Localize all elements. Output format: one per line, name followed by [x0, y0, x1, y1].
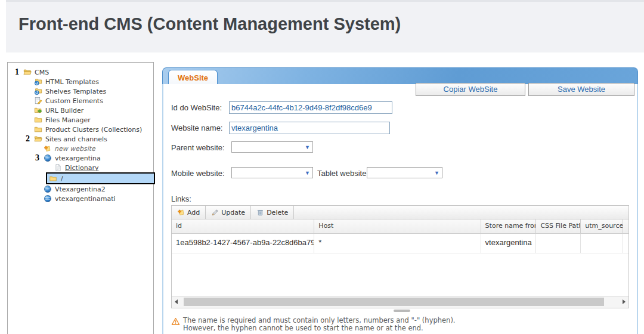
- mobile-website-select[interactable]: ▼: [231, 167, 313, 178]
- parent-website-label: Parent website:: [171, 143, 225, 152]
- folder-icon: [49, 175, 57, 183]
- links-grid-header: id Host Store name from LM CSS File Path…: [172, 219, 628, 234]
- folder-open-icon: [23, 68, 32, 76]
- column-header-utm-source[interactable]: utm_source: [581, 219, 623, 233]
- tree-item-label: HTML Templates: [45, 78, 99, 86]
- delete-link-button[interactable]: Delete: [251, 206, 293, 219]
- page-icon: [54, 163, 62, 172]
- tab-website[interactable]: WebSite: [168, 70, 218, 85]
- chevron-down-icon: ▼: [305, 144, 310, 150]
- folder-icon: [34, 125, 42, 134]
- copy-website-button[interactable]: Copiar WebSite: [416, 83, 525, 96]
- website-name-label: Website name:: [171, 123, 222, 132]
- website-panel: Copiar WebSite Save Website Id do WebSit…: [162, 84, 638, 334]
- link-row[interactable]: 1ea598b2-1427-4567-ab9a-22c8d6ba79eb * v…: [172, 234, 628, 253]
- id-do-website-label: Id do WebSite:: [171, 103, 222, 112]
- tree-item-files-manager[interactable]: Files Manager: [8, 115, 153, 125]
- template-icon: [34, 78, 42, 86]
- tree-item-vtexargentinamati[interactable]: vtexargentinamati: [8, 194, 153, 203]
- folder-icon: [34, 116, 42, 124]
- parent-website-select[interactable]: ▼: [231, 141, 313, 153]
- grid-resize-handle[interactable]: [394, 310, 410, 312]
- tree-item-label: Shelves Templates: [45, 88, 106, 95]
- tree-item-label: vtexargentinamati: [55, 195, 116, 203]
- tree-item-shelves-templates[interactable]: Shelves Templates: [8, 86, 153, 96]
- tree-item-label: Sites and channels: [45, 135, 107, 143]
- app-window: Front-end CMS (Content Management System…: [0, 0, 644, 334]
- cms-tree: 1 CMS HTML Templates Shelves Templates C…: [8, 63, 153, 203]
- column-header-id[interactable]: id: [172, 219, 314, 233]
- tree-item-custom-elements[interactable]: Custom Elements: [8, 96, 153, 106]
- scrollbar-thumb[interactable]: [184, 298, 604, 306]
- grid-empty-area: [172, 253, 628, 296]
- warning-line-2: However, the hyphen cannot be used to st…: [183, 324, 456, 332]
- folder-open-icon: [34, 135, 42, 143]
- page-header: Front-end CMS (Content Management System…: [6, 0, 644, 52]
- chevron-down-icon: ▼: [305, 170, 310, 176]
- globe-icon: [44, 154, 52, 162]
- column-header-store-name[interactable]: Store name from LM: [481, 219, 537, 233]
- tree-item-url-builder[interactable]: URL Builder: [8, 106, 153, 115]
- tree-item-label: Vtexargentina2: [55, 185, 106, 193]
- selected-node-highlight: /: [46, 172, 155, 184]
- delete-button-label: Delete: [267, 209, 288, 217]
- tree-item-label: Product Clusters (Collections): [45, 126, 142, 134]
- link-row-css-cell: [536, 234, 581, 253]
- website-name-input[interactable]: [229, 122, 390, 134]
- tree-item-label: Dictionary: [65, 164, 98, 172]
- chevron-down-icon: ▼: [434, 170, 439, 176]
- annotation-number-2: 2: [26, 135, 30, 143]
- link-row-clipped-cell: [623, 234, 628, 253]
- tree-item-label: URL Builder: [45, 107, 83, 115]
- note-add-icon: [44, 145, 51, 153]
- globe-icon: [44, 194, 52, 203]
- tree-item-product-clusters[interactable]: Product Clusters (Collections): [8, 125, 153, 134]
- tree-item-vtexargentina[interactable]: 3 vtexargentina: [8, 153, 153, 163]
- name-validation-warning: The name is required and must contain on…: [171, 317, 456, 332]
- links-grid: Add Update Delete id Host Store name fro…: [171, 205, 629, 308]
- horizontal-scrollbar[interactable]: [172, 296, 628, 308]
- column-header-host[interactable]: Host: [314, 219, 481, 233]
- pencil-icon: [211, 209, 219, 217]
- link-row-host-cell: *: [314, 234, 481, 253]
- globe-icon: [44, 185, 52, 193]
- tree-item-new-website[interactable]: new website: [8, 144, 153, 153]
- tree-item-sites-and-channels[interactable]: 2 Sites and channels: [8, 134, 153, 144]
- page-title: Front-end CMS (Content Management System…: [18, 14, 401, 34]
- update-button-label: Update: [221, 209, 245, 217]
- trash-icon: [256, 209, 264, 217]
- update-link-button[interactable]: Update: [206, 206, 250, 219]
- scroll-right-arrow-icon[interactable]: [623, 299, 626, 304]
- add-icon: [177, 209, 185, 217]
- tree-item-label: Files Manager: [45, 116, 91, 124]
- annotation-number-3: 3: [35, 154, 39, 162]
- link-row-id-cell: 1ea598b2-1427-4567-ab9a-22c8d6ba79eb: [172, 234, 314, 253]
- tree-item-label: /: [61, 175, 63, 183]
- tree-item-cms[interactable]: 1 CMS: [8, 67, 153, 77]
- annotation-number-1: 1: [15, 68, 19, 76]
- tree-item-label: new website: [54, 145, 95, 153]
- tablet-website-select[interactable]: ▼: [367, 167, 442, 178]
- tree-item-label: CMS: [35, 69, 49, 76]
- website-id-input[interactable]: [229, 101, 392, 114]
- tree-item-dictionary[interactable]: Dictionary: [8, 163, 153, 172]
- column-header-clipped: [623, 219, 628, 233]
- add-button-label: Add: [187, 209, 200, 217]
- links-section-label: Links:: [171, 194, 191, 203]
- page-edit-icon: [34, 97, 42, 105]
- tree-item-html-templates[interactable]: HTML Templates: [8, 77, 153, 86]
- toolbar-divider: [293, 206, 294, 219]
- link-row-utm-cell: [581, 234, 623, 253]
- tree-item-root-path-selected[interactable]: /: [8, 172, 153, 184]
- template-icon: [34, 87, 42, 95]
- scroll-left-arrow-icon[interactable]: [175, 299, 178, 304]
- save-website-button[interactable]: Save Website: [528, 83, 634, 96]
- links-grid-toolbar: Add Update Delete: [172, 206, 628, 219]
- column-header-css-file-path[interactable]: CSS File Path: [536, 219, 581, 233]
- tree-item-label: vtexargentina: [55, 154, 101, 162]
- link-row-store-cell: vtexargentina: [481, 234, 537, 253]
- header-top-divider: [6, 0, 644, 2]
- tree-item-vtexargentina2[interactable]: Vtexargentina2: [8, 184, 153, 194]
- add-link-button[interactable]: Add: [172, 206, 205, 219]
- warning-triangle-icon: [171, 317, 180, 326]
